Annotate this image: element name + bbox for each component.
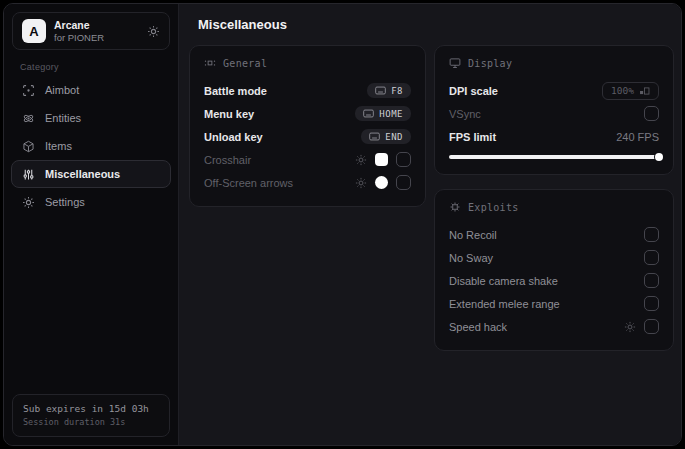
sidebar-item-label: Entities (45, 112, 81, 124)
fps-limit-label: FPS limit (449, 131, 496, 143)
page-title: Miscellaneous (198, 17, 674, 32)
fps-limit-slider[interactable] (449, 155, 659, 159)
sidebar-item-entities[interactable]: Entities (11, 104, 171, 132)
sidebar-item-aimbot[interactable]: Aimbot (11, 76, 171, 104)
speed-hack-checkbox[interactable] (644, 319, 659, 334)
crosshair-checkbox[interactable] (396, 152, 411, 167)
general-card-title: General (223, 58, 267, 69)
offscreen-color-swatch[interactable] (375, 176, 388, 189)
unload-key-label: Unload key (204, 131, 263, 143)
app-name: Arcane (54, 19, 139, 32)
offscreen-settings-gear-icon[interactable] (355, 177, 367, 189)
fps-slider-knob[interactable] (655, 153, 663, 161)
unload-key-row: Unload key END (204, 125, 411, 148)
sidebar: A Arcane for PIONER Category Aimbot (4, 4, 179, 445)
bug-icon (449, 201, 461, 213)
dpi-scale-row: DPI scale 100% (449, 79, 659, 102)
unload-key-keybind[interactable]: END (361, 129, 411, 144)
monitor-icon (449, 57, 461, 69)
exploits-card: Exploits No Recoil No Sway Disable camer… (434, 189, 674, 351)
battle-mode-label: Battle mode (204, 85, 267, 97)
sidebar-nav: Aimbot Entities Items Miscellaneous (4, 76, 178, 216)
header-settings-icon[interactable] (147, 25, 160, 38)
fps-limit-value: 240 FPS (616, 131, 659, 143)
keybind-value: END (385, 132, 403, 142)
grid-icon (204, 57, 216, 69)
extended-melee-range-label: Extended melee range (449, 298, 560, 310)
no-sway-row: No Sway (449, 246, 659, 269)
sliders-icon (22, 168, 35, 181)
keybind-value: F8 (391, 86, 403, 96)
menu-key-label: Menu key (204, 108, 254, 120)
gear-icon (22, 196, 35, 209)
dpi-scale-select[interactable]: 100% (602, 82, 659, 100)
session-duration-text: Session duration 31s (23, 417, 159, 427)
speed-hack-row: Speed hack (449, 315, 659, 338)
general-card: General Battle mode F8 Menu key H (189, 45, 426, 207)
crosshair-color-swatch[interactable] (375, 153, 388, 166)
subscription-status-card: Sub expires in 15d 03h Session duration … (12, 394, 170, 437)
offscreen-arrows-checkbox[interactable] (396, 175, 411, 190)
exploits-card-title: Exploits (468, 202, 519, 213)
fps-limit-row: FPS limit 240 FPS (449, 125, 659, 148)
battle-mode-keybind[interactable]: F8 (367, 83, 411, 98)
offscreen-arrows-label: Off-Screen arrows (204, 177, 293, 189)
sidebar-item-settings[interactable]: Settings (11, 188, 171, 216)
disable-camera-shake-checkbox[interactable] (644, 273, 659, 288)
main-content: Miscellaneous General Battle mode (179, 4, 682, 445)
vsync-row: VSync (449, 102, 659, 125)
offscreen-arrows-row: Off-Screen arrows (204, 171, 411, 194)
cube-icon (22, 140, 35, 153)
display-card: Display DPI scale 100% VSync (434, 45, 674, 175)
sidebar-item-label: Settings (45, 196, 85, 208)
disable-camera-shake-row: Disable camera shake (449, 269, 659, 292)
sidebar-item-label: Miscellaneous (45, 168, 120, 180)
sidebar-item-items[interactable]: Items (11, 132, 171, 160)
app-subtitle: for PIONER (54, 32, 139, 44)
no-recoil-label: No Recoil (449, 229, 497, 241)
crosshair-label: Crosshair (204, 154, 251, 166)
no-recoil-checkbox[interactable] (644, 227, 659, 242)
sub-expiry-text: Sub expires in 15d 03h (23, 403, 159, 414)
crosshair-row: Crosshair (204, 148, 411, 171)
dpi-scale-label: DPI scale (449, 85, 498, 97)
sidebar-item-label: Items (45, 140, 72, 152)
display-card-title: Display (468, 58, 512, 69)
dpi-scale-value: 100% (611, 85, 634, 96)
keyboard-icon (375, 86, 386, 95)
keyboard-icon (363, 109, 374, 118)
speed-hack-settings-gear-icon[interactable] (624, 321, 636, 333)
app-window: A Arcane for PIONER Category Aimbot (3, 3, 682, 446)
category-label: Category (20, 62, 178, 72)
app-header-card: A Arcane for PIONER (12, 12, 170, 50)
crosshair-settings-gear-icon[interactable] (355, 154, 367, 166)
scale-icon (639, 86, 650, 96)
sidebar-item-miscellaneous[interactable]: Miscellaneous (11, 160, 171, 188)
battle-mode-row: Battle mode F8 (204, 79, 411, 102)
speed-hack-label: Speed hack (449, 321, 507, 333)
arcane-logo: A (22, 19, 46, 43)
keybind-value: HOME (379, 109, 403, 119)
vsync-checkbox[interactable] (644, 106, 659, 121)
disable-camera-shake-label: Disable camera shake (449, 275, 558, 287)
vsync-label: VSync (449, 108, 481, 120)
no-recoil-row: No Recoil (449, 223, 659, 246)
menu-key-keybind[interactable]: HOME (355, 106, 411, 121)
extended-melee-range-checkbox[interactable] (644, 296, 659, 311)
atom-icon (22, 112, 35, 125)
crosshair-scan-icon (22, 84, 35, 97)
no-sway-checkbox[interactable] (644, 250, 659, 265)
keyboard-icon (369, 132, 380, 141)
no-sway-label: No Sway (449, 252, 493, 264)
extended-melee-range-row: Extended melee range (449, 292, 659, 315)
sidebar-item-label: Aimbot (45, 84, 79, 96)
menu-key-row: Menu key HOME (204, 102, 411, 125)
